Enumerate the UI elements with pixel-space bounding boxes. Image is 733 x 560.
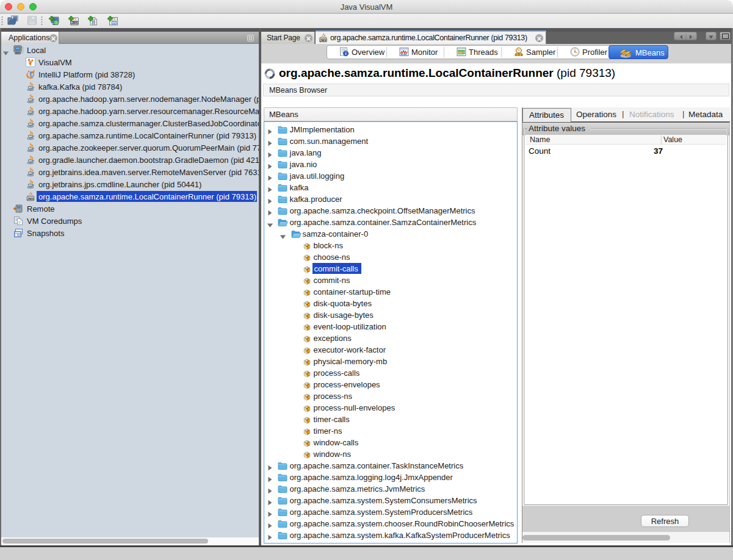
svg-text:01: 01 [92,21,95,25]
svg-text:JMX: JMX [320,38,327,42]
svg-text:JMX: JMX [71,21,78,24]
svg-text:JMX: JMX [27,197,34,201]
